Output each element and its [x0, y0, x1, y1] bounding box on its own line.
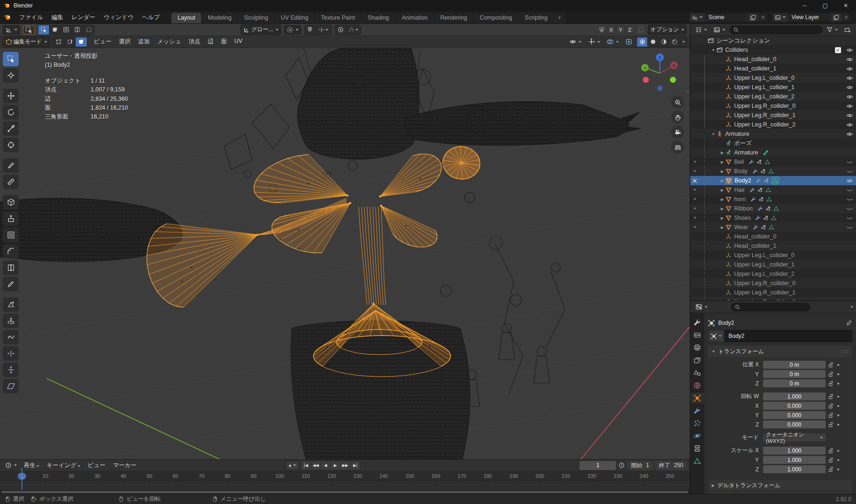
- lock-open-icon[interactable]: [826, 362, 836, 368]
- eye-closed-icon[interactable]: [846, 187, 853, 194]
- snap-target-dropdown[interactable]: [316, 25, 332, 35]
- eye-open-icon[interactable]: [846, 131, 853, 138]
- auto-keyframe-button[interactable]: ●: [286, 461, 299, 470]
- view-layer-selector[interactable]: View Layer ✕: [772, 13, 851, 22]
- lock-open-icon[interactable]: [826, 413, 836, 418]
- tool-bevel[interactable]: [3, 244, 19, 259]
- outliner-row-Bell[interactable]: •▶Bell: [690, 157, 856, 167]
- outliner-row-Head_collider_0[interactable]: Head_collider_0: [690, 55, 856, 64]
- timeline-menu-キーイング[interactable]: キーイング: [43, 460, 84, 471]
- menu-ファイル[interactable]: ファイル: [15, 11, 47, 23]
- properties-tab-render[interactable]: [690, 329, 704, 341]
- face-select-button[interactable]: [76, 37, 87, 47]
- outliner-row-Upper Leg.R_collider_2[interactable]: Upper Leg.R_collider_2: [690, 120, 856, 129]
- blender-menu-button[interactable]: [0, 11, 15, 23]
- transform-orientation-dropdown[interactable]: グロー...: [241, 24, 281, 35]
- outliner-row-Hair[interactable]: •▶Hair: [690, 185, 856, 195]
- outliner-row-Upper Leg.R_collider_1[interactable]: Upper Leg.R_collider_1: [690, 288, 856, 297]
- playhead[interactable]: [21, 468, 22, 490]
- outliner-row-Head_collider_1[interactable]: Head_collider_1: [690, 64, 856, 73]
- menu-レンダー[interactable]: レンダー: [67, 11, 99, 23]
- jump-to-end-button[interactable]: ▶|: [350, 461, 360, 470]
- tool-shear[interactable]: [3, 379, 19, 393]
- select-mode-subtract[interactable]: [61, 25, 72, 35]
- transform-value-X[interactable]: 0.000: [763, 402, 826, 410]
- snap-ghost-icon[interactable]: [637, 26, 644, 33]
- tool-scale[interactable]: [3, 121, 19, 136]
- scene-selector[interactable]: Scene ✕: [689, 13, 768, 22]
- transform-value-Y[interactable]: 0 m: [763, 370, 826, 378]
- properties-editor-type-button[interactable]: [693, 302, 710, 311]
- outliner-row-Body[interactable]: •▶Body: [690, 167, 856, 176]
- properties-tab-modifiers[interactable]: [690, 405, 704, 416]
- outliner-filter-mode-button[interactable]: [711, 26, 728, 34]
- outliner-row-Armature[interactable]: ▶Armature: [690, 148, 856, 157]
- animate-dot[interactable]: [836, 364, 841, 366]
- lock-open-icon[interactable]: [826, 394, 836, 399]
- tool-rotate[interactable]: [3, 105, 19, 119]
- properties-tab-object[interactable]: [690, 392, 704, 404]
- outliner-row-Wear[interactable]: •▶Wear: [690, 223, 856, 232]
- tab-sculpting[interactable]: Sculpting: [238, 13, 274, 23]
- tab-scripting[interactable]: Scripting: [519, 13, 554, 23]
- editor-type-button[interactable]: [3, 25, 20, 35]
- remove-view-layer-button[interactable]: ✕: [842, 14, 851, 21]
- tab-texture-paint[interactable]: Texture Paint: [315, 13, 361, 23]
- lock-open-icon[interactable]: [826, 467, 836, 472]
- outliner-row-Upper Leg.L_collider_0[interactable]: Upper Leg.L_collider_0: [690, 251, 856, 260]
- outliner-row-Body2[interactable]: ▶Body2: [690, 176, 856, 185]
- lock-open-icon[interactable]: [826, 381, 836, 386]
- outliner-row-Upper Leg.L_collider_2[interactable]: Upper Leg.L_collider_2: [690, 269, 856, 279]
- animate-dot[interactable]: [836, 405, 841, 407]
- mirror-axis-x[interactable]: X: [607, 26, 615, 34]
- outliner-row-Head_collider_1[interactable]: Head_collider_1: [690, 241, 856, 251]
- animate-dot[interactable]: [836, 383, 841, 385]
- animate-dot[interactable]: [836, 459, 841, 461]
- eye-open-icon[interactable]: [846, 75, 853, 82]
- eye-open-icon[interactable]: [846, 93, 853, 100]
- transform-value-Z[interactable]: 0.000: [763, 420, 826, 428]
- tool-move[interactable]: [3, 89, 19, 103]
- mirror-axis-y[interactable]: Y: [616, 26, 625, 34]
- expand-arrow[interactable]: ▶: [719, 207, 725, 211]
- properties-tab-tool[interactable]: [690, 317, 704, 328]
- outliner-row-Shoes[interactable]: •▶Shoes: [690, 213, 856, 223]
- prev-keyframe-button[interactable]: ◀◀: [311, 461, 321, 470]
- tool-loop-cut[interactable]: [3, 260, 19, 275]
- eye-open-icon[interactable]: [846, 103, 853, 110]
- animate-dot[interactable]: [836, 469, 841, 470]
- tool-select-box[interactable]: [3, 52, 19, 66]
- outliner-filter-button[interactable]: [824, 26, 840, 34]
- tool-extrude[interactable]: [3, 211, 19, 226]
- collection-checkbox[interactable]: ✓: [835, 47, 841, 53]
- tool-add-cube[interactable]: [3, 195, 19, 210]
- expand-arrow[interactable]: ▶: [719, 225, 725, 230]
- xray-toggle[interactable]: [623, 37, 635, 46]
- current-frame-field[interactable]: 1: [580, 461, 616, 470]
- properties-tab-constraints[interactable]: [690, 443, 704, 454]
- expand-arrow[interactable]: ▶: [719, 179, 725, 183]
- zoom-button[interactable]: [671, 96, 684, 109]
- properties-tab-world[interactable]: [690, 380, 704, 391]
- tool-smooth[interactable]: [3, 330, 19, 344]
- outliner-row-Head_collider_0[interactable]: Head_collider_0: [690, 232, 856, 241]
- eye-closed-icon[interactable]: [846, 168, 853, 175]
- shading-rendered-button[interactable]: [669, 37, 680, 47]
- transform-value-モード[interactable]: クォータニオン(WXYZ): [763, 434, 826, 441]
- transform-value-回転 W[interactable]: 1.000: [763, 392, 826, 400]
- menu-ヘルプ[interactable]: ヘルプ: [138, 11, 164, 23]
- viewport-menu-ビュー[interactable]: ビュー: [90, 36, 115, 47]
- timeline-track[interactable]: [0, 481, 690, 490]
- viewport-3d[interactable]: ユーザー・透視投影 (1) Body2 オブジェクト1 / 11頂点1,007 …: [0, 48, 690, 459]
- eye-open-icon[interactable]: [846, 112, 853, 119]
- edge-select-button[interactable]: [64, 37, 76, 47]
- new-scene-button[interactable]: [748, 13, 758, 22]
- menu-ウィンドウ[interactable]: ウィンドウ: [99, 11, 138, 23]
- show-overlays-dropdown[interactable]: [604, 37, 621, 46]
- lock-open-icon[interactable]: [826, 448, 836, 454]
- outliner-row-Upper Leg.L_collider_1[interactable]: Upper Leg.L_collider_1: [690, 260, 856, 269]
- mode-dropdown[interactable]: 編集モード: [3, 36, 50, 47]
- lock-open-icon[interactable]: [826, 422, 836, 427]
- object-visibility-dropdown[interactable]: [567, 37, 584, 46]
- expand-arrow[interactable]: ▶: [719, 197, 725, 202]
